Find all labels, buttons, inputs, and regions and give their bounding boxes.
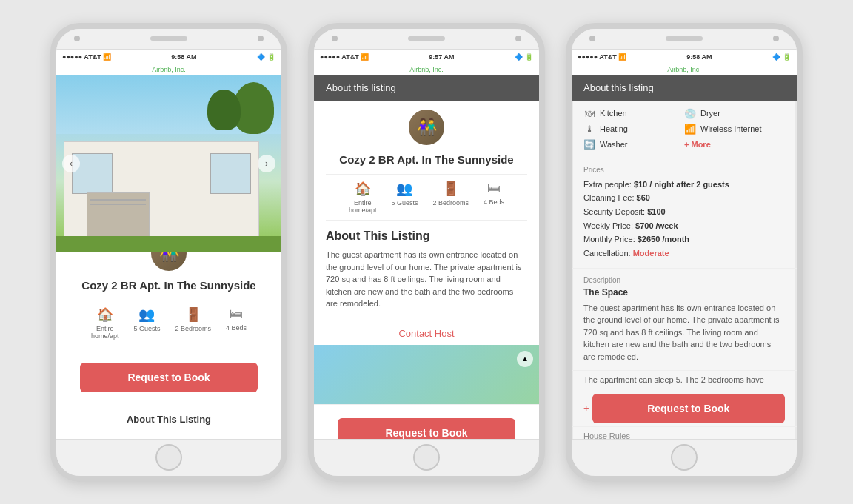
- washer-label: Washer: [600, 140, 628, 149]
- price-weekly-val: $700 /week: [635, 221, 678, 230]
- phone-speaker: [150, 36, 187, 41]
- contact-host-link[interactable]: Contact Host: [326, 322, 527, 345]
- icon-entire-home: 🏠 Entirehome/apt: [91, 306, 119, 340]
- phone-2-top-bar: [314, 29, 539, 50]
- washer-icon: 🔄: [583, 139, 595, 150]
- icon-beds-2: 🛏 4 Beds: [484, 181, 504, 214]
- guests-label: 5 Guests: [133, 325, 160, 332]
- phone-1-status-bar: ●●●●● AT&T 📶 9:58 AM 🔷 🔋: [56, 50, 281, 64]
- photo-strip: ▲: [314, 345, 539, 404]
- bedrooms-icon-2: 🚪: [443, 181, 459, 197]
- phone-1-screen: ‹ › 👫 Cozy 2 BR Apt. In The Sunnyside 🏠 …: [56, 75, 281, 439]
- amenity-more[interactable]: + More: [684, 139, 785, 150]
- host-avatar-2: 👫: [407, 108, 446, 147]
- house-rules-bar: House Rules: [572, 426, 797, 439]
- amenities-grid: 🍽 Kitchen 💿 Dryer 🌡 Heating 📶 Wireless I…: [572, 101, 797, 158]
- nav-arrow-right[interactable]: ›: [258, 155, 275, 172]
- phone-1-top-bar: [56, 29, 281, 50]
- status-left-3: ●●●●● AT&T 📶: [578, 53, 626, 61]
- desc-more-text: The apartment can sleep 5. The 2 bedroom…: [572, 371, 797, 389]
- home-button-1[interactable]: [155, 444, 182, 471]
- phone-2: ●●●●● AT&T 📶 9:57 AM 🔷 🔋 Airbnb, Inc. Ab…: [308, 23, 545, 482]
- price-cancellation-val: Moderate: [633, 249, 669, 258]
- carrier-text: ●●●●● AT&T: [62, 53, 101, 61]
- beds-icon: 🛏: [230, 306, 243, 322]
- home-button-2[interactable]: [413, 444, 440, 471]
- window-right: [210, 153, 251, 194]
- price-cancellation: Cancellation: Moderate: [583, 246, 785, 261]
- bedrooms-icon: 🚪: [185, 306, 201, 323]
- phone2-content: 👫 Cozy 2 BR Apt. In The Sunnyside 🏠 Enti…: [314, 101, 539, 439]
- tree-left: [207, 90, 241, 130]
- home-button-3[interactable]: [671, 444, 698, 471]
- phone-2-bottom: [314, 439, 539, 476]
- kitchen-icon: 🍽: [583, 108, 595, 119]
- battery-icon-2: 🔋: [525, 53, 533, 61]
- price-extra-people-val: $10 / night after 2 guests: [634, 180, 729, 189]
- about-listing-bar: About This Listing: [56, 406, 281, 432]
- guests-icon: 👥: [138, 306, 155, 323]
- camera-dot-right: [258, 36, 264, 41]
- book-btn-wrapper: Request to Book: [56, 346, 281, 406]
- bluetooth-icon-2: 🔷: [515, 53, 523, 61]
- house-image: [56, 75, 281, 252]
- price-extra-people: Extra people: $10 / night after 2 guests: [583, 178, 785, 192]
- book-btn-wrapper-3: + Request to Book: [572, 389, 797, 426]
- request-to-book-btn-2[interactable]: Request to Book: [338, 418, 515, 439]
- listing-title: Cozy 2 BR Apt. In The Sunnyside: [56, 278, 281, 300]
- status-left-2: ●●●●● AT&T 📶: [320, 53, 369, 61]
- status-right-3: 🔷 🔋: [772, 53, 791, 61]
- airbnb-label-3: Airbnb, Inc.: [572, 64, 797, 75]
- more-link[interactable]: + More: [684, 140, 711, 149]
- phone-3-bottom: [572, 439, 797, 476]
- heating-icon: 🌡: [583, 124, 595, 135]
- request-to-book-btn-3[interactable]: Request to Book: [592, 394, 785, 423]
- desc-subheading: The Space: [583, 287, 785, 298]
- guests-icon-2: 👥: [396, 181, 412, 197]
- phone-1: ●●●●● AT&T 📶 9:58 AM 🔷 🔋 Airbnb, Inc.: [50, 23, 287, 482]
- phones-container: ●●●●● AT&T 📶 9:58 AM 🔷 🔋 Airbnb, Inc.: [0, 0, 853, 504]
- request-to-book-btn-1[interactable]: Request to Book: [80, 363, 258, 392]
- camera-dot-left-3: [589, 36, 595, 41]
- listing-icons-row: 🏠 Entirehome/apt 👥 5 Guests 🚪 2 Bedrooms…: [56, 300, 281, 346]
- about-section-title: About This Listing: [326, 229, 527, 243]
- bedrooms-label: 2 Bedrooms: [175, 325, 212, 332]
- phone-2-status-bar: ●●●●● AT&T 📶 9:57 AM 🔷 🔋: [314, 50, 539, 64]
- price-cleaning-val: $60: [637, 193, 650, 202]
- gray-header-3: About this listing: [572, 75, 797, 101]
- icon-bedrooms-2: 🚪 2 Bedrooms: [433, 181, 469, 214]
- airbnb-green-text-3: Airbnb, Inc.: [667, 66, 701, 73]
- photo-overlay-icon: ▲: [517, 351, 533, 367]
- airbnb-label: Airbnb, Inc.: [56, 64, 281, 75]
- airbnb-green-text: Airbnb, Inc.: [152, 66, 186, 73]
- phone-speaker-3: [666, 36, 703, 41]
- icon-entire-home-2: 🏠 Entirehome/apt: [349, 181, 377, 214]
- desc-section: Description The Space The guest apartmen…: [572, 269, 797, 372]
- phone-3-top-bar: [572, 29, 797, 50]
- wifi-label: Wireless Internet: [700, 124, 762, 133]
- hero-image: ‹ ›: [56, 75, 281, 252]
- dryer-label: Dryer: [700, 109, 720, 118]
- price-deposit-val: $100: [647, 207, 665, 216]
- time-display: 9:58 AM: [171, 53, 196, 61]
- nav-arrow-left[interactable]: ‹: [62, 155, 80, 172]
- battery-icon: 🔋: [267, 53, 275, 61]
- amenity-dryer: 💿 Dryer: [684, 108, 785, 119]
- ground: [56, 236, 281, 252]
- time-display-2: 9:57 AM: [429, 53, 454, 61]
- entire-home-label: Entirehome/apt: [91, 325, 119, 340]
- wifi-icon: 📶: [103, 53, 111, 61]
- desc-text: The guest apartment has its own entrance…: [583, 302, 785, 363]
- avatar-area-2: 👫: [326, 108, 527, 147]
- house-body: [64, 141, 259, 238]
- phone3-content: 🍽 Kitchen 💿 Dryer 🌡 Heating 📶 Wireless I…: [572, 101, 797, 439]
- battery-icon-3: 🔋: [783, 53, 791, 61]
- camera-dot-right-2: [515, 36, 521, 41]
- price-weekly: Weekly Price: $700 /week: [583, 219, 785, 233]
- heating-label: Heating: [600, 124, 628, 133]
- status-right-2: 🔷 🔋: [515, 53, 533, 61]
- amenity-washer: 🔄 Washer: [583, 139, 684, 150]
- prices-section: Prices Extra people: $10 / night after 2…: [572, 158, 797, 269]
- kitchen-label: Kitchen: [600, 109, 627, 118]
- phone-3-status-bar: ●●●●● AT&T 📶 9:58 AM 🔷 🔋: [572, 50, 797, 64]
